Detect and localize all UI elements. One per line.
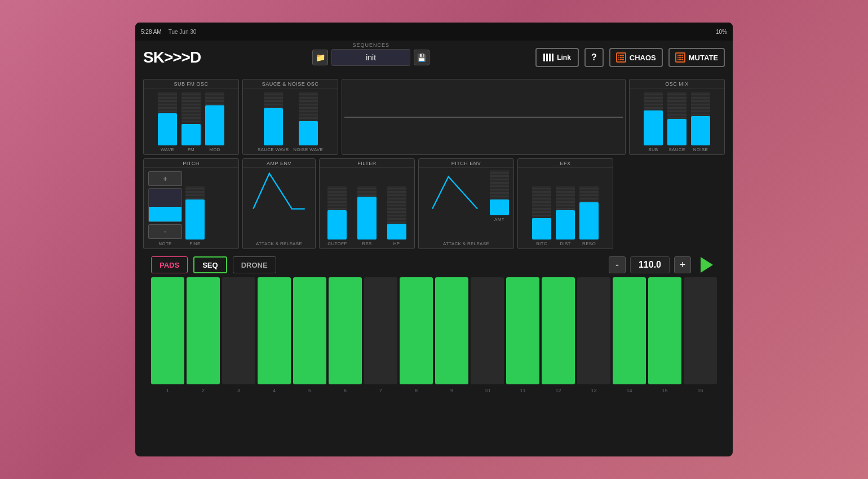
cutoff-label: CUTOFF [327,241,347,246]
step-bar-12[interactable] [542,277,575,384]
sub-mix-slider[interactable] [644,92,663,145]
chaos-label: CHAOS [630,54,656,62]
pads-button[interactable]: PADS [151,256,188,273]
pitch-title: PITCH [144,159,238,168]
pitch-controls: + - NOTE FINE [144,168,238,249]
step-bar-16[interactable] [684,277,717,384]
sauce-noise-content: SAUCE WAVE NOISE WAVE [243,88,338,154]
step-col-13: 13 [577,277,610,394]
step-col-2: 2 [187,277,220,394]
noise-wave-slider-group: NOISE WAVE [293,92,323,152]
step-col-5: 5 [293,277,326,394]
folder-button[interactable]: 📁 [312,50,328,65]
waveform-line [344,117,623,118]
fm-slider[interactable] [181,92,201,145]
step-bar-8[interactable] [400,277,433,384]
efx-content: BITC DIST RESO [518,168,613,249]
bitc-slider[interactable] [532,186,551,239]
header: SK>>>D SEQUENCES 📁 init 💾 Link ? C [135,41,733,74]
step-col-7: 7 [364,277,397,394]
fine-slider[interactable] [185,186,205,239]
step-col-6: 6 [329,277,362,394]
step-bar-9[interactable] [435,277,468,384]
dist-label: DIST [560,241,570,246]
waveform-display [342,79,625,154]
preset-name[interactable]: init [331,49,410,66]
bottom-panel-row: PITCH + - NOTE FINE [143,158,725,249]
wave-slider[interactable] [158,92,177,145]
app-logo: SK>>>D [143,48,201,66]
mutate-icon [675,52,685,63]
drone-button[interactable]: DRONE [233,256,276,273]
step-bar-2[interactable] [187,277,220,384]
step-number-16: 16 [697,387,703,394]
step-col-3: 3 [222,277,255,394]
reso-slider[interactable] [579,186,599,239]
wave-label: WAVE [161,147,174,152]
step-number-11: 11 [520,387,525,394]
mod-slider[interactable] [205,92,224,145]
play-button[interactable] [697,255,717,275]
sauce-wave-slider-group: SAUCE WAVE [258,92,289,152]
amt-slider[interactable] [490,170,509,215]
sequences-label: SEQUENCES [352,42,389,48]
pitch-panel: PITCH + - NOTE FINE [143,158,239,249]
seq-button[interactable]: SEQ [193,256,227,273]
amp-env-label: ATTACK & RELEASE [243,241,315,249]
sauce-wave-label: SAUCE WAVE [258,147,289,152]
sequencer-section: PADS SEQ DRONE - 110.0 + 123456789101112… [143,252,725,399]
step-bar-3[interactable] [222,277,255,384]
step-number-2: 2 [202,387,205,394]
preset-section: SEQUENCES 📁 init 💾 [212,49,530,66]
mod-slider-group: MOD [205,92,224,152]
time-display: 5:28 AM [141,29,162,35]
note-minus-button[interactable]: - [148,224,182,239]
sauce-mix-slider[interactable] [667,92,687,145]
step-bar-1[interactable] [151,277,184,384]
hp-slider-group: HP [387,186,406,246]
mutate-button[interactable]: MUTATE [668,48,725,67]
step-number-9: 9 [450,387,453,394]
bpm-plus-button[interactable]: + [674,256,691,273]
res-slider[interactable] [357,186,377,239]
step-bar-15[interactable] [648,277,681,384]
step-number-10: 10 [484,387,490,394]
sub-fm-content: WAVE FM MOD [144,88,238,154]
link-icon [543,54,553,61]
synth-area: SUB FM OSC WAVE FM [135,74,733,456]
dist-slider[interactable] [556,186,575,239]
hp-slider[interactable] [387,186,406,239]
filter-panel: FILTER CUTOFF RES [319,158,415,249]
noise-wave-slider[interactable] [299,92,318,145]
step-bar-14[interactable] [613,277,646,384]
fm-slider-group: FM [181,92,201,152]
bpm-minus-button[interactable]: - [609,256,626,273]
save-button[interactable]: 💾 [414,50,429,65]
efx-panel: EFX BITC DIST [517,158,613,249]
note-plus-button[interactable]: + [148,171,182,186]
step-col-12: 12 [542,277,575,394]
note-box: + - NOTE [148,171,182,246]
step-number-6: 6 [344,387,347,394]
amp-env-svg [246,170,312,215]
step-bar-4[interactable] [258,277,291,384]
step-bar-10[interactable] [471,277,504,384]
step-bar-6[interactable] [329,277,362,384]
filter-title: FILTER [320,159,414,168]
step-bar-13[interactable] [577,277,610,384]
step-bar-11[interactable] [506,277,539,384]
amp-env-content [243,168,315,241]
help-button[interactable]: ? [584,48,604,67]
link-button[interactable]: Link [535,48,579,67]
cutoff-slider[interactable] [327,186,347,239]
step-number-5: 5 [308,387,311,394]
cutoff-slider-group: CUTOFF [327,186,347,246]
sauce-wave-slider[interactable] [264,92,283,145]
chaos-button[interactable]: CHAOS [609,48,663,67]
sub-mix-label: SUB [648,147,658,152]
noise-mix-slider[interactable] [691,92,710,145]
seq-controls: PADS SEQ DRONE - 110.0 + [143,252,725,277]
osc-mix-panel: OSC MIX SUB SAUCE [629,79,725,155]
step-bar-5[interactable] [293,277,326,384]
step-bar-7[interactable] [364,277,397,384]
